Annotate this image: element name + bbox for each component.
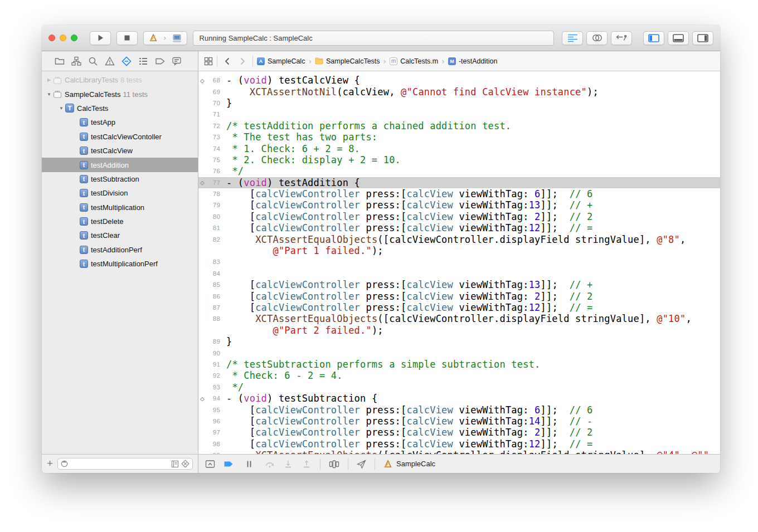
test-navigator-row[interactable]: ▶CalcLibraryTests8 tests — [42, 73, 198, 87]
code-line[interactable]: 73 * The test has two parts: — [198, 131, 720, 143]
test-navigator-row[interactable]: ttestMultiplicationPerf — [42, 257, 198, 271]
test-diamond-icon[interactable]: ◇ — [200, 395, 208, 402]
gutter[interactable]: 84 — [198, 270, 224, 277]
run-button[interactable] — [90, 31, 111, 45]
debug-navigator-tab[interactable] — [138, 56, 149, 67]
gutter[interactable]: 95 — [198, 407, 224, 413]
pause-button[interactable] — [245, 460, 253, 468]
minimize-button[interactable] — [60, 35, 66, 41]
project-navigator-tab[interactable] — [54, 56, 65, 67]
test-diamond-icon[interactable]: ◇ — [200, 77, 208, 84]
code-line[interactable]: 92 * Check: 6 - 2 = 4. — [198, 370, 720, 381]
standard-editor-button[interactable] — [562, 31, 583, 45]
code-line[interactable]: 74 * 1. Check: 6 + 2 = 8. — [198, 143, 720, 154]
test-navigator-row[interactable]: ttestAdditionPerf — [42, 243, 198, 257]
gutter[interactable]: 91 — [198, 361, 224, 368]
code-line[interactable]: 71 — [198, 109, 720, 120]
breadcrumb-item[interactable]: M-testAddition — [448, 57, 497, 65]
test-navigator-row[interactable]: ttestClear — [42, 228, 198, 242]
breadcrumb-item[interactable]: mCalcTests.m — [390, 57, 438, 65]
gutter[interactable]: 89 — [198, 338, 224, 345]
test-navigator-row[interactable]: ttestCalcViewContoller — [42, 130, 198, 144]
related-items-icon[interactable] — [204, 57, 213, 66]
code-line[interactable]: 85 [calcViewController press:[calcView v… — [198, 279, 720, 290]
toggle-debug-area-button[interactable] — [668, 31, 689, 45]
gutter[interactable]: 92 — [198, 372, 224, 379]
breadcrumb-item[interactable]: SampleCalcTests — [315, 57, 380, 65]
code-line[interactable]: 80 [calcViewController press:[calcView v… — [198, 211, 720, 222]
step-into-button[interactable] — [283, 460, 293, 468]
code-line[interactable]: 91/* testSubtraction performs a simple s… — [198, 359, 720, 370]
back-button[interactable] — [221, 57, 233, 65]
code-line[interactable]: 88 XCTAssertEqualObjects([calcViewContro… — [198, 313, 720, 324]
symbol-navigator-tab[interactable] — [71, 56, 82, 67]
toggle-navigator-button[interactable] — [643, 31, 664, 45]
test-navigator-row[interactable]: ttestSubtraction — [42, 172, 198, 186]
code-line[interactable]: 98 [calcViewController press:[calcView v… — [198, 438, 720, 450]
code-line[interactable]: ◇94- (void) testSubtraction { — [198, 393, 720, 404]
test-navigator-tab[interactable] — [121, 56, 132, 67]
forward-button[interactable] — [237, 57, 249, 65]
filter-field[interactable] — [57, 458, 193, 470]
gutter[interactable]: 80 — [198, 213, 224, 220]
code-line[interactable]: 72/* testAddition performs a chained add… — [198, 120, 720, 131]
gutter[interactable]: ◇94 — [198, 395, 224, 402]
toggle-utilities-button[interactable] — [692, 31, 713, 45]
gutter[interactable]: 87 — [198, 304, 224, 311]
code-line[interactable]: @"Part 2 failed."); — [198, 325, 720, 336]
test-navigator-row[interactable]: ttestApp — [42, 115, 198, 129]
find-navigator-tab[interactable] — [88, 56, 99, 67]
gutter[interactable]: 72 — [198, 123, 224, 129]
gutter[interactable]: 90 — [198, 350, 224, 357]
disclosure-triangle-icon[interactable]: ▼ — [45, 92, 53, 97]
code-line[interactable]: 93 */ — [198, 382, 720, 393]
code-line[interactable]: @"Part 1 failed."); — [198, 245, 720, 256]
gutter[interactable]: 73 — [198, 134, 224, 140]
code-line[interactable]: 83 — [198, 256, 720, 267]
report-navigator-tab[interactable] — [171, 56, 182, 67]
gutter[interactable]: 76 — [198, 168, 224, 174]
debug-view-hierarchy-button[interactable] — [329, 460, 339, 468]
code-line[interactable]: 87 [calcViewController press:[calcView v… — [198, 302, 720, 313]
code-line[interactable]: ◇77- (void) testAddition { — [198, 177, 720, 188]
gutter[interactable]: 97 — [198, 429, 224, 436]
show-failed-tests-icon[interactable] — [181, 460, 190, 468]
show-scheme-tests-icon[interactable] — [171, 460, 179, 468]
test-navigator-row[interactable]: ttestDivision — [42, 186, 198, 200]
step-out-button[interactable] — [302, 460, 312, 468]
code-line[interactable]: 75 * 2. Check: display + 2 = 10. — [198, 154, 720, 165]
breadcrumb-item[interactable]: ASampleCalc — [257, 57, 305, 65]
gutter[interactable]: 93 — [198, 384, 224, 391]
add-button[interactable]: + — [47, 458, 53, 468]
disclosure-triangle-icon[interactable]: ▶ — [45, 77, 53, 82]
issue-navigator-tab[interactable] — [104, 56, 115, 67]
gutter[interactable]: 85 — [198, 281, 224, 288]
gutter[interactable]: 78 — [198, 191, 224, 197]
code-line[interactable]: 95 [calcViewController press:[calcView v… — [198, 404, 720, 415]
test-navigator-row[interactable]: ttestCalcView — [42, 144, 198, 158]
hide-debug-area-button[interactable] — [205, 460, 215, 468]
gutter[interactable]: 70 — [198, 100, 224, 106]
step-over-button[interactable] — [265, 460, 275, 468]
gutter[interactable]: 86 — [198, 293, 224, 300]
zoom-button[interactable] — [71, 35, 77, 41]
test-navigator-row[interactable]: ttestMultiplication — [42, 201, 198, 214]
gutter[interactable]: 88 — [198, 315, 224, 322]
test-navigator-row[interactable]: ttestDelete — [42, 214, 198, 228]
gutter[interactable]: 71 — [198, 111, 224, 118]
breakpoint-navigator-tab[interactable] — [154, 56, 166, 67]
version-editor-button[interactable] — [611, 31, 632, 45]
code-line[interactable]: 78 [calcViewController press:[calcView v… — [198, 188, 720, 199]
code-line[interactable]: 76 */ — [198, 165, 720, 177]
gutter[interactable]: 79 — [198, 202, 224, 208]
code-line[interactable]: 96 [calcViewController press:[calcView v… — [198, 416, 720, 427]
test-navigator-row[interactable]: ▼SampleCalcTests11 tests — [42, 87, 198, 101]
code-line[interactable]: 84 — [198, 268, 720, 279]
close-button[interactable] — [48, 35, 55, 41]
gutter[interactable]: 82 — [198, 236, 224, 243]
code-line[interactable]: 86 [calcViewController press:[calcView v… — [198, 290, 720, 301]
code-line[interactable]: 79 [calcViewController press:[calcView v… — [198, 199, 720, 211]
source-editor[interactable]: ◇68- (void) testCalcView {69 XCTAssertNo… — [198, 71, 720, 454]
stop-button[interactable] — [116, 31, 138, 45]
gutter[interactable]: 74 — [198, 145, 224, 152]
